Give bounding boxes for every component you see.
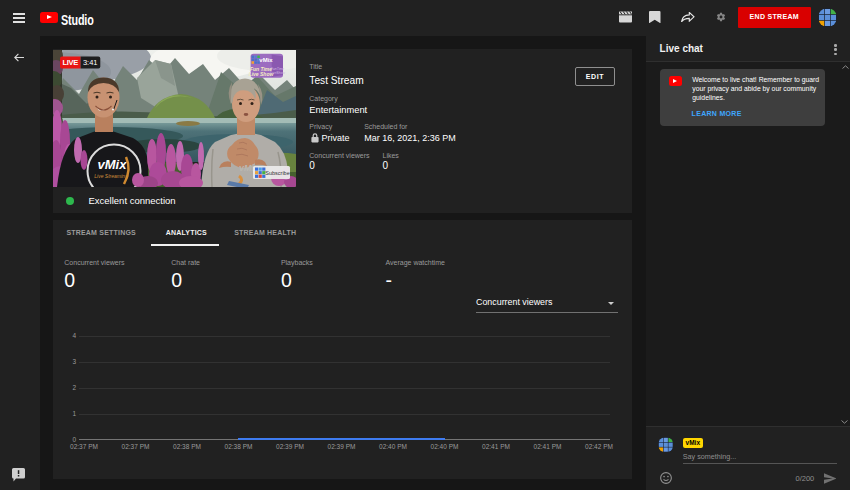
svg-text:vMix: vMix [98,157,128,172]
svg-text:vMix: vMix [259,57,273,63]
svg-text:Subscribe: Subscribe [265,170,289,176]
svg-text:LiveShow: LiveShow [270,71,285,75]
svg-text:FunTime: FunTime [271,67,284,71]
svg-text:3:41: 3:41 [83,58,98,67]
svg-text:Live Streaming: Live Streaming [94,173,128,179]
svg-text:LIVE: LIVE [63,58,79,67]
